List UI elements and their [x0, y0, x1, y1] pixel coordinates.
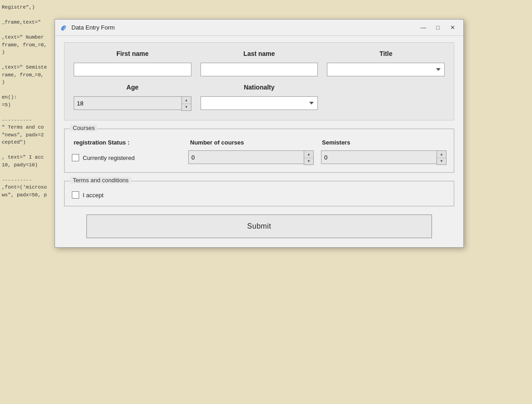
age-spinner-buttons: ▲ ▼ [181, 96, 191, 111]
currently-registered-label[interactable]: Currently registered [72, 154, 181, 161]
nationality-select[interactable]: American British Canadian French German … [201, 96, 318, 110]
title-label: Title [379, 50, 392, 57]
semisters-increment[interactable]: ▲ [437, 151, 446, 158]
window-controls: — □ ✕ [417, 23, 459, 33]
app-icon [60, 24, 68, 32]
courses-inner: registration Status : Number of courses … [72, 135, 447, 165]
accept-text: I accept [83, 192, 104, 199]
courses-section: Courses registration Status : Number of … [64, 129, 454, 173]
age-decrement-button[interactable]: ▼ [182, 104, 191, 110]
personal-row-1: First name Last name Title Mr Mrs Ms Dr [74, 50, 445, 76]
title-bar: Data Entry Form — □ ✕ [55, 20, 463, 36]
courses-data-row: Currently registered ▲ ▼ ▲ ▼ [72, 150, 447, 165]
courses-legend: Courses [70, 125, 97, 131]
nationality-group: Nationalty American British Canadian Fre… [201, 84, 318, 111]
nationality-label: Nationalty [244, 84, 275, 91]
semisters-header: Semisters [322, 139, 447, 146]
num-courses-input[interactable] [188, 150, 304, 164]
semisters-spinner: ▲ ▼ [321, 150, 447, 165]
terms-legend: Terms and conditions [70, 177, 131, 184]
first-name-label: First name [116, 50, 149, 57]
maximize-button[interactable]: □ [432, 23, 444, 33]
num-courses-increment[interactable]: ▲ [304, 151, 313, 158]
num-courses-header: Number of courses [190, 139, 315, 146]
accept-checkbox[interactable] [72, 191, 79, 199]
submit-area: Submit [64, 214, 454, 238]
accept-label[interactable]: I accept [72, 191, 447, 199]
semisters-input[interactable] [321, 150, 437, 164]
terms-inner: I accept [72, 187, 447, 199]
last-name-group: Last name [201, 50, 318, 76]
num-courses-buttons: ▲ ▼ [304, 150, 314, 165]
background-code: Registre",) _frame,text=" ,text=" Number… [0, 0, 50, 404]
last-name-input[interactable] [201, 63, 318, 76]
num-courses-decrement[interactable]: ▼ [304, 158, 313, 165]
last-name-label: Last name [243, 50, 275, 57]
reg-status-header: registration Status : [74, 139, 183, 146]
title-select[interactable]: Mr Mrs Ms Dr Prof [327, 63, 445, 76]
first-name-group: First name [74, 50, 191, 76]
age-increment-button[interactable]: ▲ [182, 97, 191, 104]
close-button[interactable]: ✕ [446, 23, 459, 33]
currently-registered-checkbox[interactable] [72, 154, 79, 161]
dialog-window: Data Entry Form — □ ✕ First name Last na… [55, 19, 464, 248]
age-group: Age ▲ ▼ [74, 84, 191, 111]
courses-header: registration Status : Number of courses … [72, 139, 447, 146]
semisters-decrement[interactable]: ▼ [437, 158, 446, 165]
title-group: Title Mr Mrs Ms Dr Prof [327, 50, 445, 76]
currently-registered-text: Currently registered [83, 155, 135, 161]
dialog-title: Data Entry Form [71, 24, 417, 31]
num-courses-spinner: ▲ ▼ [188, 150, 314, 165]
age-label: Age [126, 84, 138, 91]
minimize-button[interactable]: — [417, 23, 430, 33]
first-name-input[interactable] [74, 63, 191, 76]
submit-button[interactable]: Submit [86, 214, 432, 238]
semisters-buttons: ▲ ▼ [437, 150, 447, 165]
personal-info-section: First name Last name Title Mr Mrs Ms Dr [64, 42, 454, 120]
empty-col-1 [327, 84, 445, 111]
personal-row-2: Age ▲ ▼ Nationalty American British [74, 84, 445, 111]
age-spinner: ▲ ▼ [74, 96, 191, 111]
terms-section: Terms and conditions I accept [64, 181, 454, 206]
dialog-body: First name Last name Title Mr Mrs Ms Dr [55, 36, 463, 247]
age-input[interactable] [74, 96, 181, 110]
